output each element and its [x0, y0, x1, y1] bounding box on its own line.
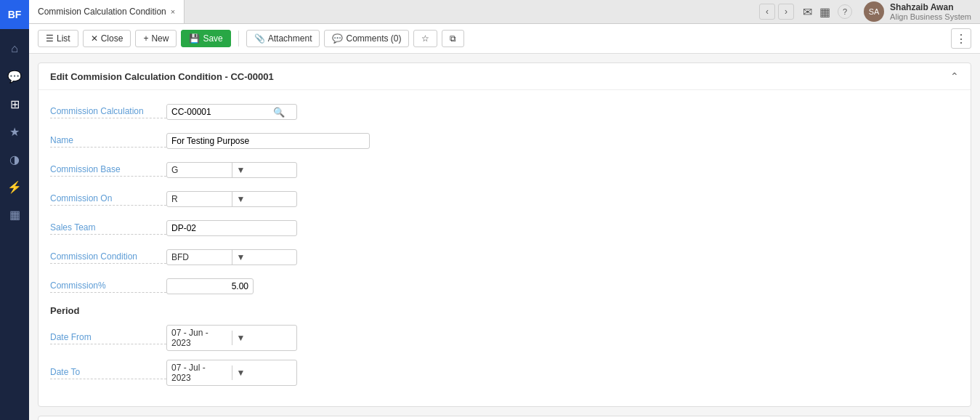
commission-calculation-input-wrapper: 🔍: [166, 104, 297, 120]
date-from-row: Date From 07 - Jun - 2023 ▼: [50, 325, 959, 351]
commission-pct-control: [166, 278, 384, 294]
top-bar: Commision Calculation Condition × ‹ › ✉ …: [29, 0, 980, 24]
sales-team-control: [166, 220, 384, 236]
nav-prev-button[interactable]: ‹: [759, 4, 775, 20]
commission-calculation-row: Commission Calculation 🔍: [50, 102, 959, 122]
commission-on-row: Commission On R ▼: [50, 189, 959, 209]
record-info-panel: Record Info Record Log Create Log Change…: [38, 416, 971, 420]
user-info: SA Shahzaib Awan Align Business System: [864, 1, 971, 22]
commission-calculation-control: 🔍: [166, 104, 384, 120]
chart-button[interactable]: ▦: [819, 5, 830, 19]
active-tab[interactable]: Commision Calculation Condition ×: [29, 0, 185, 23]
commission-base-arrow[interactable]: ▼: [232, 163, 297, 177]
attachment-button[interactable]: 📎 Attachment: [246, 30, 320, 47]
collapse-button[interactable]: ⌃: [950, 70, 959, 82]
commission-condition-value: BFD: [167, 250, 232, 264]
date-from-arrow[interactable]: ▼: [232, 331, 297, 345]
help-button[interactable]: ?: [838, 4, 852, 19]
date-to-arrow[interactable]: ▼: [232, 366, 297, 380]
commission-calculation-input[interactable]: [167, 105, 269, 119]
new-label: New: [151, 33, 169, 44]
star-icon: ☆: [421, 33, 429, 44]
close-button[interactable]: ✕ Close: [83, 30, 131, 47]
sidebar-item-activity[interactable]: ⚡: [0, 173, 29, 201]
commission-condition-select[interactable]: BFD ▼: [166, 249, 297, 265]
commission-on-select[interactable]: R ▼: [166, 191, 297, 207]
commission-condition-label: Commission Condition: [50, 251, 166, 264]
copy-button[interactable]: ⧉: [442, 30, 464, 47]
search-icon[interactable]: 🔍: [269, 105, 289, 119]
tab-navigation: ‹ › ✉ ▦ ? SA Shahzaib Awan Align Busines…: [759, 1, 980, 22]
save-icon: 💾: [189, 33, 200, 44]
commission-condition-row: Commission Condition BFD ▼: [50, 247, 959, 267]
commission-pct-row: Commission%: [50, 276, 959, 296]
more-options-button[interactable]: ⋮: [951, 28, 971, 49]
sidebar-item-chart[interactable]: ◑: [0, 145, 29, 173]
commission-base-control: G ▼: [166, 162, 384, 178]
new-button[interactable]: + New: [135, 30, 177, 47]
sales-team-label: Sales Team: [50, 222, 166, 235]
list-button[interactable]: ☰ List: [38, 30, 78, 47]
user-avatar: SA: [864, 1, 884, 22]
form-card: Edit Commision Calculation Condition - C…: [38, 62, 971, 407]
commission-on-arrow[interactable]: ▼: [232, 192, 297, 206]
commission-pct-input[interactable]: [166, 278, 254, 294]
save-label: Save: [203, 33, 222, 44]
user-name: Shahzaib Awan: [890, 2, 971, 12]
date-to-value: 07 - Jul - 2023: [167, 360, 232, 385]
date-from-value: 07 - Jun - 2023: [167, 326, 232, 350]
nav-next-button[interactable]: ›: [778, 4, 794, 20]
date-to-select[interactable]: 07 - Jul - 2023 ▼: [166, 360, 297, 386]
sidebar-item-home[interactable]: ⌂: [0, 35, 29, 62]
sales-team-input[interactable]: [166, 220, 297, 236]
user-company: Align Business System: [890, 12, 971, 21]
comments-icon: 💬: [332, 33, 343, 44]
form-card-header: Edit Commision Calculation Condition - C…: [39, 63, 971, 90]
name-control: [166, 133, 384, 149]
sidebar-item-chat[interactable]: 💬: [0, 62, 29, 90]
comments-button[interactable]: 💬 Comments (0): [324, 30, 409, 47]
save-button[interactable]: 💾 Save: [181, 30, 230, 47]
close-icon: ✕: [91, 33, 98, 44]
tab-label: Commision Calculation Condition: [38, 7, 166, 17]
attachment-label: Attachment: [268, 33, 312, 44]
commission-calculation-label: Commission Calculation: [50, 106, 166, 118]
toolbar: ☰ List ✕ Close + New 💾 Save 📎 Attachment…: [29, 24, 980, 54]
avatar-initials: SA: [869, 7, 880, 16]
copy-icon: ⧉: [450, 33, 456, 44]
record-info-tabs: Record Info: [39, 416, 971, 420]
sales-team-row: Sales Team: [50, 218, 959, 238]
user-details: Shahzaib Awan Align Business System: [890, 2, 971, 21]
sidebar-item-barchart[interactable]: ▦: [0, 201, 29, 228]
tab-close-icon[interactable]: ×: [171, 7, 175, 16]
form-card-title: Edit Commision Calculation Condition - C…: [50, 71, 274, 82]
name-input[interactable]: [166, 133, 370, 149]
comments-label: Comments (0): [346, 33, 401, 44]
commission-on-value: R: [167, 192, 232, 206]
content-area: Edit Commision Calculation Condition - C…: [29, 54, 980, 420]
sidebar-item-grid[interactable]: ⊞: [0, 90, 29, 118]
name-label: Name: [50, 135, 166, 148]
mail-button[interactable]: ✉: [803, 5, 812, 19]
commission-on-label: Commission On: [50, 193, 166, 206]
app-logo[interactable]: BF: [0, 0, 29, 29]
date-to-label: Date To: [50, 367, 166, 379]
commission-base-select[interactable]: G ▼: [166, 162, 297, 178]
date-to-control: 07 - Jul - 2023 ▼: [166, 360, 384, 386]
period-section-title: Period: [50, 305, 959, 316]
tab-record-info[interactable]: Record Info: [47, 416, 116, 420]
favorite-button[interactable]: ☆: [413, 30, 437, 47]
commission-base-value: G: [167, 163, 232, 177]
sidebar-item-star[interactable]: ★: [0, 118, 29, 145]
attachment-icon: 📎: [254, 33, 265, 44]
date-from-select[interactable]: 07 - Jun - 2023 ▼: [166, 325, 297, 351]
toolbar-right: ⋮: [951, 28, 971, 49]
toolbar-separator: [238, 31, 239, 47]
form-body: Commission Calculation 🔍 Name: [39, 90, 971, 406]
commission-condition-arrow[interactable]: ▼: [232, 250, 297, 264]
list-label: List: [57, 33, 70, 44]
date-from-control: 07 - Jun - 2023 ▼: [166, 325, 384, 351]
commission-pct-label: Commission%: [50, 280, 166, 293]
list-icon: ☰: [46, 33, 54, 44]
main-area: Commision Calculation Condition × ‹ › ✉ …: [29, 0, 980, 420]
